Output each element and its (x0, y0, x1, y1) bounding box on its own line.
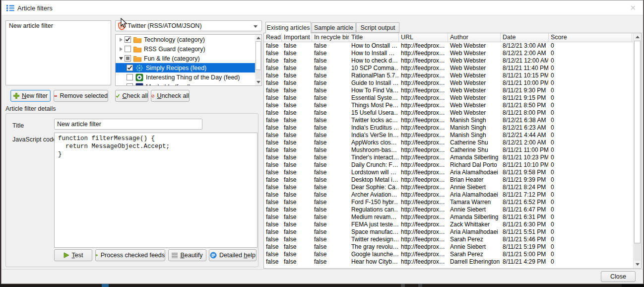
scroll-down-icon[interactable] (255, 79, 261, 85)
checkbox-checked[interactable] (127, 65, 133, 71)
filter-list-item[interactable]: New article filter (6, 21, 111, 31)
column-header-date[interactable]: Date (501, 33, 549, 42)
column-header-in-recycle-bin[interactable]: In recycle bin (312, 33, 349, 42)
table-row[interactable]: falsefalsefalseTwitter redesign…http://f… (264, 236, 633, 243)
table-row[interactable]: falsefalsefalseRegulations can…http://fe… (264, 206, 633, 214)
table-row[interactable]: falsefalsefalseHow to Install …http://fe… (264, 50, 633, 57)
column-header-title[interactable]: Title (349, 33, 399, 42)
table-row[interactable]: falsefalsefalseTinder's interact…http://… (264, 154, 633, 161)
table-row[interactable]: falsefalsefalseGuide to Install …http://… (264, 79, 633, 87)
cell: false (282, 236, 312, 243)
beautify-button[interactable]: Beautify (168, 249, 206, 261)
table-row[interactable]: falsefalsefalseEssential Syste…http://fe… (264, 94, 633, 102)
cell: Google launche… (349, 251, 399, 258)
checkbox-partial[interactable] (125, 55, 131, 62)
scrollbar-thumb[interactable] (634, 41, 641, 243)
cell: Aria Alamalhodaei (448, 228, 501, 236)
cell: 8/12/21 6:38 AM (501, 117, 549, 124)
scroll-up-icon[interactable] (634, 33, 641, 41)
check-all-button[interactable]: Check all (115, 90, 148, 102)
uncheck-all-button[interactable]: Uncheck all (151, 90, 190, 102)
tab-script-output[interactable]: Script output (356, 22, 399, 33)
table-row[interactable]: falsefalsefalse10 SCP Comma…http://feedp… (264, 65, 633, 72)
cell: 8/11/21 10:10 PM (501, 161, 549, 169)
checkbox-unchecked[interactable] (125, 46, 131, 52)
expander-expanded-icon[interactable] (118, 57, 125, 60)
process-checked-feeds-button[interactable]: Process checked feeds (95, 249, 165, 261)
table-row[interactable]: falsefalsefalseHow To Find Va…http://fee… (264, 87, 633, 94)
tab-sample-article[interactable]: Sample article (312, 22, 356, 33)
dialog-close-icon[interactable]: ✕ (630, 3, 636, 12)
cell: false (282, 139, 312, 146)
cell: false (264, 50, 282, 57)
column-header-important[interactable]: Important (282, 33, 312, 42)
table-row[interactable]: falsefalsefalseDaily Crunch: F…http://fe… (264, 161, 633, 169)
table-row[interactable]: falsefalsefalseMedium revam…http://feedp… (264, 214, 633, 221)
tree-item-interesting-thing-of-the-day-feed[interactable]: Interesting Thing of the Day (feed) (116, 72, 255, 82)
new-filter-button[interactable]: New filter (10, 90, 51, 102)
scroll-down-icon[interactable] (634, 261, 641, 268)
table-row[interactable]: falsefalsefalseHear how Cityb…http://fee… (264, 258, 633, 266)
table-row[interactable]: falsefalsefalseThings Most Pe…http://fee… (264, 102, 633, 109)
table-row[interactable]: falsefalsefalseFEMA just teste…http://fe… (264, 221, 633, 228)
scrollbar-thumb[interactable] (256, 41, 261, 70)
table-row[interactable]: falsefalsefalseRationalPlan 5.7…http://f… (264, 72, 633, 79)
table-row[interactable]: falsefalsefalseAppWorks clos…http://feed… (264, 139, 633, 146)
checkbox-unchecked[interactable] (127, 74, 133, 80)
test-button[interactable]: Test (54, 249, 92, 261)
table-row[interactable]: falsefalsefalseIndia's Eruditus …http://… (264, 124, 633, 132)
title-field-label: Title (12, 122, 24, 129)
table-row[interactable]: falsefalsefalseSpace manufac…http://feed… (264, 228, 633, 236)
tab-existing-articles[interactable]: Existing articles (265, 22, 311, 33)
cell: false (282, 94, 312, 102)
table-row[interactable]: falsefalsefalseFord F-150 hybr…http://fe… (264, 199, 633, 206)
column-header-read[interactable]: Read (264, 33, 282, 42)
tree-item-fun-life-category[interactable]: Fun & life (category) (116, 54, 255, 63)
process-checked-feeds-label: Process checked feeds (101, 252, 165, 259)
cell: false (264, 199, 282, 206)
table-row[interactable]: falsefalsefalseLordstown will …http://fe… (264, 169, 633, 176)
cell: false (282, 117, 312, 124)
scroll-up-icon[interactable] (255, 35, 261, 41)
tree-item-technology-category[interactable]: Technology (category) (116, 35, 255, 44)
javascript-code-text[interactable]: function filterMessage() { return Messag… (55, 133, 257, 160)
cell: Web Webster (448, 79, 501, 87)
tree-item-mashable-feed[interactable]: mMashable (feed) (116, 82, 255, 86)
javascript-code-editor[interactable]: function filterMessage() { return Messag… (54, 133, 258, 248)
close-button[interactable]: Close (601, 271, 636, 282)
table-row[interactable]: falsefalsefalseMushroom-bas…http://feedp… (264, 146, 633, 154)
account-combobox[interactable]: Twitter (RSS/ATOM/JSON) (115, 20, 262, 31)
title-input[interactable] (54, 119, 202, 130)
table-row[interactable]: falsefalsefalseTwitter locks ac…http://f… (264, 117, 633, 124)
filter-list[interactable]: New article filter (5, 20, 111, 85)
feed-tree[interactable]: Technology (category)RSS Guard (category… (115, 34, 262, 86)
table-row[interactable]: falsefalsefalseArcher Aviation…http://fe… (264, 191, 633, 199)
cell: Manish Singh (448, 124, 501, 132)
cell: 0 (549, 87, 632, 94)
tree-item-simply-recipes-feed[interactable]: Simply Recipes (feed) (116, 63, 255, 72)
expander-collapsed-icon[interactable] (118, 47, 125, 51)
column-header-url[interactable]: URL (399, 33, 448, 42)
column-header-author[interactable]: Author (448, 33, 501, 42)
cell: 8/12/21 2:00 AM (501, 139, 549, 146)
table-row[interactable]: falsefalsefalseDesktop Metal i…http://fe… (264, 176, 633, 184)
cell: Amanda Silberling (448, 214, 501, 221)
feed-tree-scrollbar[interactable] (255, 35, 261, 85)
remove-selected-button[interactable]: Remove selected (54, 90, 108, 102)
cell: 0 (549, 258, 632, 266)
table-row[interactable]: falsefalsefalse15 Useful Usera…http://fe… (264, 109, 633, 117)
tree-item-rss-guard-category[interactable]: RSS Guard (category) (116, 44, 255, 54)
checkbox-unchecked[interactable] (127, 83, 133, 86)
detailed-help-button[interactable]: Detailed help (209, 249, 257, 261)
table-row[interactable]: falsefalsefalseIndia's VerSe In…http://f… (264, 132, 633, 139)
column-header-score[interactable]: Score (549, 33, 632, 42)
table-row[interactable]: falsefalsefalseHow to check d…http://fee… (264, 57, 633, 65)
cell: false (264, 146, 282, 154)
table-scrollbar[interactable] (633, 33, 641, 268)
table-row[interactable]: falsefalsefalseThe gray revolu…http://fe… (264, 243, 633, 251)
table-row[interactable]: falsefalsefalseHow to Onstall …http://fe… (264, 42, 633, 50)
table-row[interactable]: falsefalsefalseGoogle launche…http://fee… (264, 251, 633, 258)
table-row[interactable]: falsefalsefalseDear Sophie: Ca…http://fe… (264, 184, 633, 191)
expander-collapsed-icon[interactable] (118, 38, 125, 42)
checkbox-checked[interactable] (125, 36, 131, 43)
